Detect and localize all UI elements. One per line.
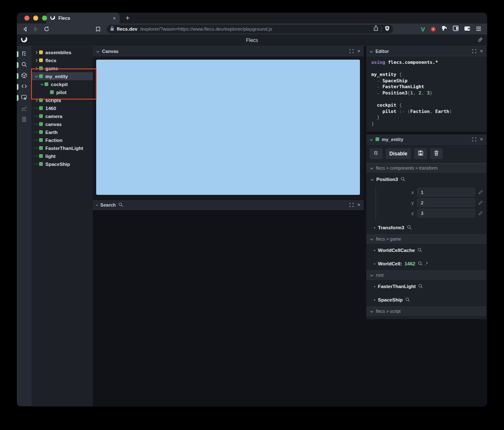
tree-item-camera[interactable]: camera	[32, 112, 93, 120]
tree-view-button[interactable]	[17, 49, 32, 60]
edit-pencil-icon[interactable]	[478, 210, 483, 217]
menu-hamburger-icon[interactable]	[476, 25, 481, 33]
bullet-icon: •	[374, 284, 375, 289]
brave-shield-icon[interactable]	[385, 25, 390, 33]
search-small-icon[interactable]	[410, 319, 414, 319]
chevron-right-icon[interactable]	[34, 51, 39, 54]
chevron-right-icon[interactable]	[34, 99, 39, 102]
section-header[interactable]: flecs > components > transform	[366, 163, 486, 173]
section-header[interactable]: flecs > game	[366, 234, 486, 244]
new-tab-button[interactable]: +	[126, 14, 129, 24]
chevron-down-icon[interactable]	[39, 83, 45, 86]
back-icon[interactable]	[21, 26, 29, 32]
tab-close-icon[interactable]: ×	[113, 15, 116, 21]
red-extension-icon[interactable]	[430, 26, 436, 32]
component-row-SpaceShip[interactable]: •SpaceShip	[366, 293, 486, 307]
expand-icon[interactable]	[349, 201, 354, 209]
wallet-icon[interactable]	[464, 25, 470, 33]
inspector-view-button[interactable]	[17, 92, 32, 103]
component-row-WorldCell[interactable]: •WorldCell:1462.*	[366, 257, 486, 270]
url-bar[interactable]: flecs.dev /explorer/?wasm=https://www.fl…	[107, 25, 393, 34]
share-icon[interactable]	[373, 25, 378, 33]
expand-icon[interactable]	[472, 47, 476, 55]
tree-item-label: pilot	[56, 90, 66, 95]
code-editor[interactable]: using flecs.components.* my_entity { - S…	[366, 56, 486, 132]
close-icon[interactable]: ×	[480, 136, 483, 142]
z-value-input[interactable]	[417, 209, 475, 218]
chevron-down-icon[interactable]	[370, 47, 373, 55]
tree-item-canvas[interactable]: canvas	[32, 120, 93, 128]
search-small-icon[interactable]	[417, 246, 422, 254]
inspector-toolbar: Disable	[366, 144, 486, 163]
component-row-Position3[interactable]: Position3	[366, 173, 486, 186]
tree-item-SpaceShip[interactable]: SpaceShip	[32, 160, 93, 168]
link-icon[interactable]	[478, 37, 483, 44]
component-name: WorldCellCache	[378, 248, 415, 253]
chevron-down-icon[interactable]	[34, 75, 39, 78]
tree-goto-button[interactable]	[370, 148, 383, 159]
x-value-input[interactable]	[417, 188, 475, 197]
page-title: Flecs	[17, 37, 487, 43]
close-icon[interactable]: ×	[480, 48, 483, 54]
tree-item-Faction[interactable]: Faction	[32, 136, 93, 144]
expand-icon[interactable]	[349, 47, 354, 55]
vue-devtools-extension-icon[interactable]: V	[421, 26, 425, 33]
tree-item-FasterThanLight[interactable]: FasterThanLight	[32, 144, 93, 152]
component-row-Transform3[interactable]: •Transform3	[366, 221, 486, 234]
entity-color-square	[39, 138, 43, 142]
search-small-icon[interactable]	[418, 260, 423, 267]
chevron-right-icon[interactable]	[34, 59, 39, 62]
bookmark-icon[interactable]	[94, 26, 102, 32]
component-row-WorldCellCache[interactable]: •WorldCellCache	[366, 244, 486, 257]
edit-pencil-icon[interactable]	[478, 189, 483, 196]
sidebar-toggle-icon[interactable]	[453, 25, 459, 33]
tree-item-pilot[interactable]: pilot	[32, 88, 93, 96]
tree-item-light[interactable]: light	[32, 152, 93, 160]
section-header[interactable]: root	[366, 270, 486, 280]
reload-icon[interactable]	[43, 26, 50, 32]
delete-button[interactable]	[430, 148, 443, 159]
puzzle-extensions-icon[interactable]	[441, 25, 447, 33]
search-small-icon[interactable]	[418, 283, 423, 290]
rows-view-button[interactable]	[17, 114, 32, 125]
zoom-window-button[interactable]	[42, 16, 47, 21]
tree-item-label: cockpit	[51, 82, 68, 87]
y-value-input[interactable]	[417, 198, 475, 207]
stats-view-button[interactable]	[17, 103, 32, 114]
tree-item-my_entity[interactable]: my_entity	[32, 72, 93, 80]
close-window-button[interactable]	[24, 16, 29, 21]
code-line: - SpaceShip	[371, 78, 481, 84]
edit-pencil-icon[interactable]	[478, 199, 483, 207]
expand-icon[interactable]	[472, 136, 476, 143]
search-small-icon[interactable]	[401, 176, 405, 183]
tree-item-Earth[interactable]: Earth	[32, 128, 93, 136]
component-row-FasterThanLight[interactable]: •FasterThanLight	[366, 280, 486, 293]
close-icon[interactable]: ×	[357, 48, 360, 54]
chevron-down-icon[interactable]	[96, 47, 100, 55]
chevron-right-icon[interactable]	[34, 67, 39, 70]
tree-item-cockpit[interactable]: cockpit	[32, 80, 93, 88]
forward-icon[interactable]	[32, 26, 39, 32]
tree-item-scripts[interactable]: scripts	[32, 96, 93, 104]
save-button[interactable]	[414, 148, 427, 159]
close-icon[interactable]: ×	[357, 202, 360, 207]
tree-item-assemblies[interactable]: assemblies	[32, 48, 93, 56]
component-row-Script[interactable]: •Script:main.*	[366, 316, 486, 319]
section-header[interactable]: flecs > script	[366, 307, 486, 316]
search-small-icon[interactable]	[405, 296, 410, 304]
tree-item-flecs[interactable]: flecs	[32, 56, 93, 64]
disable-button[interactable]: Disable	[386, 148, 411, 159]
editor-view-button[interactable]	[17, 81, 32, 92]
browser-tab[interactable]: Flecs ×	[46, 13, 120, 24]
canvas-view-button[interactable]	[17, 71, 32, 81]
chevron-down-icon[interactable]	[370, 136, 373, 143]
code-line: pilot :- (Faction, Earth)	[371, 109, 481, 115]
search-small-icon[interactable]	[407, 224, 412, 231]
search-view-button[interactable]	[17, 60, 32, 71]
field-row-z: z	[376, 208, 486, 218]
tree-item-game[interactable]: game	[32, 64, 93, 72]
tree-item-label: light	[45, 154, 55, 159]
tree-item-1460[interactable]: 1460	[32, 104, 93, 112]
canvas-viewport[interactable]	[96, 60, 360, 195]
minimize-window-button[interactable]	[33, 16, 38, 21]
